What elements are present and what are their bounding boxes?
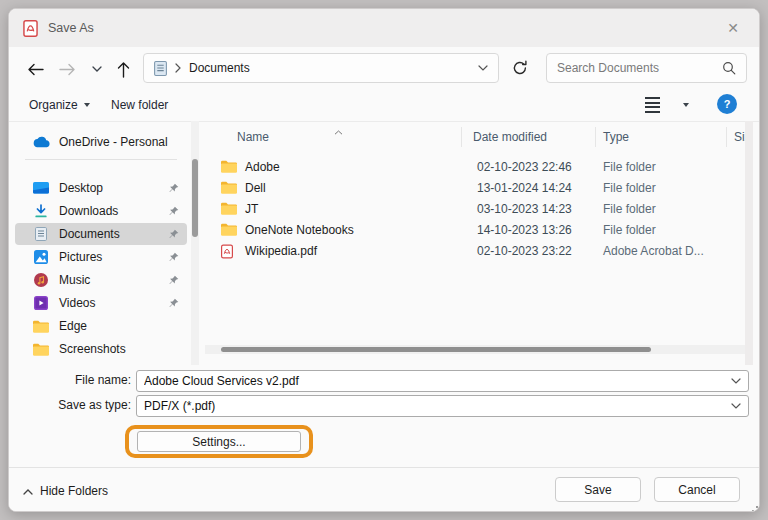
folder-icon (31, 343, 51, 356)
sidebar-item-label: Documents (59, 227, 120, 241)
file-row-wikipedia-pdf[interactable]: Wikipedia.pdf 02-10-2023 23:22 Adobe Acr… (205, 241, 753, 262)
save-as-type-value: PDF/X (*.pdf) (137, 399, 731, 413)
back-button[interactable] (23, 57, 47, 81)
resize-grip[interactable] (748, 502, 758, 512)
file-name-input[interactable] (137, 374, 731, 388)
navigation-pane: OneDrive - Personal Desktop Downloads (9, 121, 191, 365)
address-dropdown-chevron-icon[interactable] (478, 65, 488, 71)
file-name-label: File name: (9, 373, 131, 387)
address-bar[interactable]: Documents (143, 53, 499, 83)
sidebar-item-documents[interactable]: Documents (15, 223, 187, 245)
footer-bar: Hide Folders Save Cancel (9, 467, 760, 512)
file-row-jt[interactable]: JT 03-10-2023 14:23 File folder (205, 199, 753, 220)
highlight-annotation: Settings... (125, 425, 313, 458)
command-toolbar: Organize New folder ? (9, 89, 759, 122)
videos-icon (31, 296, 51, 310)
folder-icon (31, 320, 51, 333)
sidebar-item-label: Music (59, 273, 90, 287)
hide-folders-label: Hide Folders (40, 484, 108, 498)
sidebar-item-downloads[interactable]: Downloads (15, 200, 187, 222)
sidebar-item-label: Downloads (59, 204, 118, 218)
file-name: Dell (245, 181, 266, 195)
sidebar-item-desktop[interactable]: Desktop (15, 177, 187, 199)
folder-icon (221, 202, 237, 215)
hide-folders-button[interactable]: Hide Folders (23, 481, 108, 501)
sort-ascending-icon (334, 121, 343, 139)
folder-icon (221, 160, 237, 173)
pdf-file-icon (221, 244, 233, 259)
refresh-button[interactable] (507, 56, 533, 80)
sidebar-scrollbar[interactable] (191, 121, 199, 365)
new-folder-button[interactable]: New folder (105, 93, 174, 117)
column-header-name[interactable]: Name (237, 130, 269, 144)
file-list-vertical-scrollbar[interactable] (745, 121, 753, 365)
breadcrumb-documents[interactable]: Documents (189, 61, 250, 75)
file-name-combobox[interactable] (136, 370, 749, 392)
file-date: 02-10-2023 23:22 (477, 244, 572, 258)
sidebar-item-label: Edge (59, 319, 87, 333)
file-list: Name Date modified Type Size Adobe 02-10… (205, 121, 753, 365)
main-area: OneDrive - Personal Desktop Downloads (9, 121, 760, 365)
change-view-button[interactable] (639, 93, 666, 117)
file-row-onenote-notebooks[interactable]: OneNote Notebooks 14-10-2023 13:26 File … (205, 220, 753, 241)
sidebar-item-onedrive[interactable]: OneDrive - Personal (15, 131, 187, 153)
help-button[interactable]: ? (717, 94, 737, 114)
save-as-type-combobox[interactable]: PDF/X (*.pdf) (136, 395, 749, 417)
window-title: Save As (48, 21, 94, 35)
cancel-button[interactable]: Cancel (654, 477, 740, 502)
save-button[interactable]: Save (555, 477, 641, 502)
organize-button[interactable]: Organize (23, 93, 96, 117)
downloads-icon (31, 204, 51, 218)
pin-icon (169, 298, 179, 308)
file-type: File folder (603, 202, 656, 216)
settings-button[interactable]: Settings... (137, 431, 301, 452)
forward-button[interactable] (55, 57, 79, 81)
column-divider[interactable] (461, 127, 462, 147)
save-as-type-label: Save as type: (9, 398, 131, 412)
column-header-type[interactable]: Type (603, 130, 629, 144)
view-options-chevron-icon[interactable] (677, 93, 695, 117)
file-date: 02-10-2023 22:46 (477, 160, 572, 174)
file-date: 14-10-2023 13:26 (477, 223, 572, 237)
file-name: Adobe (245, 160, 280, 174)
horizontal-scrollbar-thumb[interactable] (221, 347, 651, 352)
close-button[interactable]: ✕ (721, 17, 745, 39)
pin-icon (169, 275, 179, 285)
title-bar[interactable]: Save As ✕ (9, 9, 759, 47)
sidebar-item-pictures[interactable]: Pictures (15, 246, 187, 268)
file-row-dell[interactable]: Dell 13-01-2024 14:24 File folder (205, 178, 753, 199)
file-type: File folder (603, 181, 656, 195)
sidebar-item-edge[interactable]: Edge (15, 315, 187, 337)
file-row-adobe[interactable]: Adobe 02-10-2023 22:46 File folder (205, 157, 753, 178)
organize-label: Organize (29, 98, 78, 112)
navigation-bar: Documents (9, 47, 759, 89)
documents-location-icon (154, 61, 167, 76)
sidebar-scrollbar-thumb[interactable] (192, 159, 198, 237)
search-icon (722, 61, 736, 75)
sidebar-item-screenshots[interactable]: Screenshots (15, 338, 187, 360)
chevron-down-icon[interactable] (731, 378, 741, 384)
up-button[interactable] (111, 57, 135, 81)
recent-locations-chevron-icon[interactable] (85, 57, 109, 81)
horizontal-scrollbar[interactable] (205, 345, 753, 354)
pin-icon (169, 252, 179, 262)
sidebar-item-music[interactable]: Music (15, 269, 187, 291)
sidebar-item-label: Screenshots (59, 342, 126, 356)
chevron-down-icon[interactable] (731, 403, 741, 409)
pin-icon (169, 206, 179, 216)
column-headers: Name Date modified Type Size (205, 125, 753, 149)
acrobat-pdf-icon (23, 20, 38, 37)
file-name: OneNote Notebooks (245, 223, 354, 237)
sidebar-item-videos[interactable]: Videos (15, 292, 187, 314)
folder-icon (221, 181, 237, 194)
column-divider[interactable] (726, 127, 727, 147)
organize-caret-icon (84, 103, 90, 107)
chevron-up-icon (23, 484, 33, 498)
pin-icon (169, 229, 179, 239)
column-header-date-modified[interactable]: Date modified (473, 130, 547, 144)
column-divider[interactable] (595, 127, 596, 147)
search-input[interactable] (547, 61, 722, 75)
sidebar-item-label: Videos (59, 296, 95, 310)
file-type: Adobe Acrobat D... (603, 244, 704, 258)
onedrive-cloud-icon (31, 136, 51, 148)
